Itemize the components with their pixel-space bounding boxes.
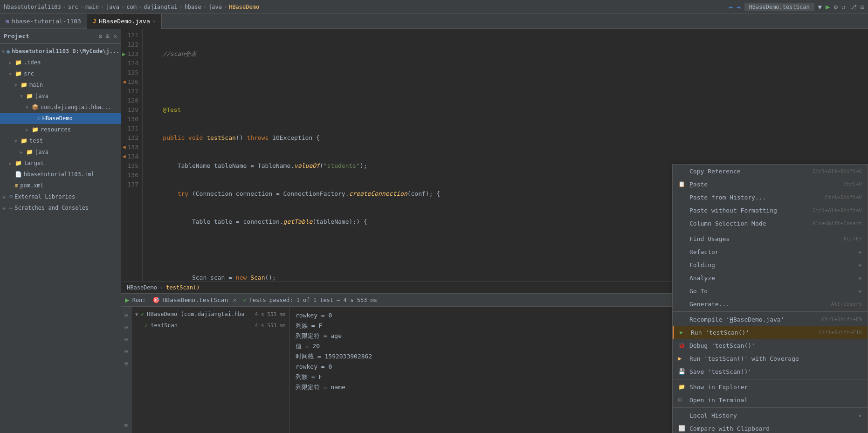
- edge-btn-5[interactable]: ◎: [122, 359, 131, 367]
- ctx-generate[interactable]: Generate... Alt+Insert: [673, 297, 868, 310]
- ctx-save-testscan[interactable]: 💾 Save 'testScan()': [673, 365, 868, 378]
- open-terminal-icon: ⊞: [678, 397, 686, 403]
- code-line-124: public void testScan() throws IOExceptio…: [148, 133, 862, 143]
- paste-icon: 📋: [678, 181, 686, 187]
- tree-item-hbasedemo[interactable]: © HBaseDemo: [0, 113, 121, 124]
- navigate-forward-icon[interactable]: →: [737, 3, 740, 11]
- run-item-testscan[interactable]: ✓ testScan 4 s 553 ms: [131, 320, 289, 331]
- sidebar-header: Project ⚙ ⊞ ✕: [0, 29, 121, 44]
- context-menu: Copy Reference Ctrl+Alt+Shift+C 📋 Paste …: [672, 164, 868, 433]
- code-line-123: @Test: [148, 105, 862, 115]
- folder-icon: 📁: [21, 137, 28, 144]
- breadcrumb-part: hbase: [185, 4, 201, 10]
- iml-icon: 📄: [15, 171, 22, 178]
- ctx-run-coverage[interactable]: ▶ Run 'testScan()' with Coverage: [673, 352, 868, 365]
- code-line-122: [148, 77, 862, 87]
- tab-pom[interactable]: m hbase-tutorial-1103: [0, 14, 87, 29]
- tree-item-external-libraries[interactable]: ▶ ⊕ External Libraries: [0, 191, 121, 202]
- tree-item-test[interactable]: ▼ 📁 test: [0, 135, 121, 146]
- tree-item-java-main[interactable]: ▼ 📁 java: [0, 90, 121, 102]
- ctx-debug-testscan[interactable]: 🐞 Debug 'testScan()': [673, 339, 868, 352]
- tree-item-idea[interactable]: ▶ 📁 .idea: [0, 57, 121, 68]
- ctx-item-label: Refactor: [689, 248, 855, 255]
- edge-btn-bottom[interactable]: ⊞: [122, 421, 131, 429]
- ctx-item-label: Find Usages: [689, 235, 840, 242]
- run-class-label: HBaseDemo.testScan: [163, 296, 228, 303]
- debug-testscan-icon: 🐞: [678, 342, 686, 349]
- gutter-arrow-icon: ◀: [123, 152, 126, 161]
- sidebar-close-icon[interactable]: ✕: [113, 33, 117, 40]
- compare-clipboard-icon: ⬜: [678, 425, 686, 432]
- tree-item-label: com.dajiangtai.hba...: [41, 104, 111, 110]
- tree-item-src[interactable]: ▼ 📁 src: [0, 68, 121, 79]
- edge-btn-3[interactable]: ◎: [122, 335, 131, 343]
- ctx-compare-clipboard[interactable]: ⬜ Compare with Clipboard: [673, 422, 868, 433]
- run-method-label: testScan: [151, 322, 178, 329]
- tree-item-label: target: [24, 160, 44, 166]
- gutter-arrow-icon: ◀: [123, 143, 126, 152]
- run-icon[interactable]: ▶: [826, 2, 830, 11]
- ctx-local-history[interactable]: Local History ▶: [673, 409, 868, 422]
- pass-icon: ✓: [243, 297, 246, 303]
- ctx-item-label: Analyze: [689, 275, 855, 282]
- gutter-run-icon[interactable]: ▶: [122, 49, 125, 59]
- ctx-separator-4: [673, 407, 868, 408]
- ctx-shortcut: Alt+F7: [843, 236, 862, 242]
- ctx-open-terminal[interactable]: ⊞ Open in Terminal: [673, 393, 868, 406]
- folder-icon: 📁: [15, 59, 22, 66]
- sync-icon[interactable]: ↺: [841, 3, 845, 11]
- tree-item-main[interactable]: ▼ 📁 main: [0, 79, 121, 90]
- ctx-find-usages[interactable]: Find Usages Alt+F7: [673, 232, 868, 245]
- tree-item-target[interactable]: ▶ 📁 target: [0, 158, 121, 169]
- sidebar-settings-icon[interactable]: ⚙: [99, 33, 103, 40]
- tree-item-package[interactable]: ▼ 📦 com.dajiangtai.hba...: [0, 102, 121, 113]
- breadcrumb: hbasetutorial1103 › src › main › java › …: [4, 4, 729, 10]
- ctx-goto[interactable]: Go To ▶: [673, 284, 868, 297]
- tree-item-scratches[interactable]: ▶ ✏ Scratches and Consoles: [0, 202, 121, 213]
- ctx-folding[interactable]: Folding ▶: [673, 258, 868, 271]
- breadcrumb-part: HBaseDemo: [229, 4, 259, 10]
- ctx-separator-2: [673, 311, 868, 312]
- tree-item-pom[interactable]: m pom.xml: [0, 180, 121, 191]
- edge-btn-4[interactable]: ◎: [122, 347, 131, 355]
- ctx-item-label: Local History: [689, 412, 855, 419]
- tab-close-button[interactable]: ✕: [153, 19, 156, 24]
- run-item-hbasedemo[interactable]: ▼ ✓ HBaseDemo (com.dajiangtai.hba 4 s 55…: [131, 309, 289, 320]
- ctx-copy-reference[interactable]: Copy Reference Ctrl+Alt+Shift+C: [673, 165, 868, 178]
- main-layout: Project ⚙ ⊞ ✕ ▼ ◉ hbasetutorial1103 D:\M…: [0, 29, 868, 433]
- edge-btn-1[interactable]: ◎: [122, 310, 131, 319]
- window-icon[interactable]: ⊡: [861, 3, 864, 11]
- run-button[interactable]: ▶: [125, 296, 130, 304]
- run-class-item-label: HBaseDemo (com.dajiangtai.hba: [147, 311, 245, 317]
- run-config-label[interactable]: HBaseDemo.testScan: [744, 3, 814, 11]
- sidebar-layout-icon[interactable]: ⊞: [106, 33, 110, 40]
- ctx-analyze[interactable]: Analyze ▶: [673, 271, 868, 284]
- ctx-run-testscan[interactable]: ▶ Run 'testScan()' Ctrl+Shift+F10: [673, 326, 868, 339]
- dropdown-arrow-icon[interactable]: ▼: [818, 3, 822, 11]
- submenu-arrow-icon: ▶: [859, 413, 862, 418]
- run-close-icon[interactable]: ✕: [233, 296, 236, 303]
- ctx-item-label: Run 'testScan()' with Coverage: [689, 355, 858, 362]
- ctx-show-explorer[interactable]: 📁 Show in Explorer: [673, 380, 868, 393]
- tree-item-iml[interactable]: 📄 hbasetutorial1103.iml: [0, 169, 121, 180]
- ctx-paste[interactable]: 📋 Paste Ctrl+V: [673, 178, 868, 191]
- build-icon[interactable]: ⚙: [834, 3, 838, 11]
- tree-item-label: hbasetutorial1103 D:\MyCode\j...: [12, 48, 119, 55]
- ctx-recompile[interactable]: Recompile 'HBaseDemo.java' Ctrl+Shift+F9: [673, 313, 868, 326]
- gutter-arrow-icon: ◀: [123, 77, 126, 87]
- ctx-shortcut: Alt+Shift+Insert: [813, 220, 862, 227]
- edge-btn-2[interactable]: ◎: [122, 323, 131, 331]
- tree-item-label: Scratches and Consoles: [14, 205, 89, 211]
- ctx-paste-no-format[interactable]: Paste without Formatting Ctrl+Alt+Shift+…: [673, 204, 868, 217]
- ctx-paste-history[interactable]: Paste from History... Ctrl+Shift+V: [673, 191, 868, 204]
- tree-item-java-test[interactable]: ▶ 📁 java: [0, 146, 121, 158]
- ctx-item-label: Folding: [689, 261, 855, 268]
- git-icon[interactable]: ⎇: [849, 3, 857, 11]
- tree-item-root[interactable]: ▼ ◉ hbasetutorial1103 D:\MyCode\j...: [0, 46, 121, 57]
- tree-item-resources[interactable]: ▶ 📁 resources: [0, 124, 121, 135]
- navigate-back-icon[interactable]: ←: [729, 3, 733, 11]
- tab-hbasedemo[interactable]: J HBaseDemo.java ✕: [87, 14, 162, 29]
- ctx-refactor[interactable]: Refactor ▶: [673, 245, 868, 258]
- ctx-column-select[interactable]: Column Selection Mode Alt+Shift+Insert: [673, 217, 868, 230]
- ctx-separator-1: [673, 231, 868, 231]
